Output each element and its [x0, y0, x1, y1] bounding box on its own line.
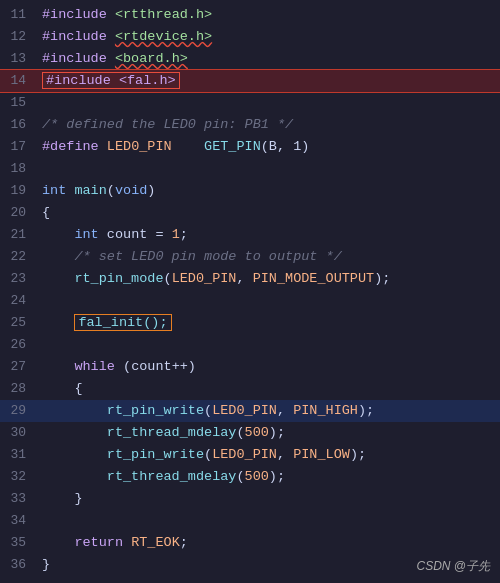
code-line: 13#include <board.h> — [0, 48, 500, 70]
line-content: /* set LED0 pin mode to output */ — [38, 246, 500, 268]
line-content: #include <rtthread.h> — [38, 4, 500, 26]
code-editor: 11#include <rtthread.h>12#include <rtdev… — [0, 0, 500, 583]
line-number: 12 — [0, 26, 38, 48]
code-line: 31 rt_pin_write(LED0_PIN, PIN_LOW); — [0, 444, 500, 466]
code-line: 22 /* set LED0 pin mode to output */ — [0, 246, 500, 268]
line-number: 14 — [0, 70, 38, 92]
line-number: 29 — [0, 400, 38, 422]
line-number: 21 — [0, 224, 38, 246]
code-line: 11#include <rtthread.h> — [0, 4, 500, 26]
code-line: 25 fal_init(); — [0, 312, 500, 334]
line-content: #include <fal.h> — [38, 70, 500, 92]
line-number: 27 — [0, 356, 38, 378]
line-number: 35 — [0, 532, 38, 554]
watermark: CSDN @子先 — [416, 558, 490, 575]
line-number: 26 — [0, 334, 38, 356]
line-number: 23 — [0, 268, 38, 290]
line-content: while (count++) — [38, 356, 500, 378]
line-number: 17 — [0, 136, 38, 158]
line-content: rt_pin_mode(LED0_PIN, PIN_MODE_OUTPUT); — [38, 268, 500, 290]
line-number: 32 — [0, 466, 38, 488]
code-line: 15 — [0, 92, 500, 114]
line-number: 24 — [0, 290, 38, 312]
code-line: 28 { — [0, 378, 500, 400]
line-content: rt_thread_mdelay(500); — [38, 422, 500, 444]
line-number: 20 — [0, 202, 38, 224]
code-line: 27 while (count++) — [0, 356, 500, 378]
line-number: 15 — [0, 92, 38, 114]
line-number: 34 — [0, 510, 38, 532]
code-line: 30 rt_thread_mdelay(500); — [0, 422, 500, 444]
line-number: 11 — [0, 4, 38, 26]
line-content: #define LED0_PIN GET_PIN(B, 1) — [38, 136, 500, 158]
code-line: 19int main(void) — [0, 180, 500, 202]
highlighted-call: fal_init(); — [74, 314, 171, 331]
line-content: #include <board.h> — [38, 48, 500, 70]
code-line: 35 return RT_EOK; — [0, 532, 500, 554]
line-number: 16 — [0, 114, 38, 136]
code-line: 23 rt_pin_mode(LED0_PIN, PIN_MODE_OUTPUT… — [0, 268, 500, 290]
line-number: 28 — [0, 378, 38, 400]
line-content: int count = 1; — [38, 224, 500, 246]
line-number: 13 — [0, 48, 38, 70]
line-number: 19 — [0, 180, 38, 202]
code-line: 26 — [0, 334, 500, 356]
line-content: /* defined the LED0 pin: PB1 */ — [38, 114, 500, 136]
line-number: 18 — [0, 158, 38, 180]
line-content: { — [38, 202, 500, 224]
line-number: 31 — [0, 444, 38, 466]
line-content: rt_pin_write(LED0_PIN, PIN_HIGH); — [38, 400, 500, 422]
code-line: 32 rt_thread_mdelay(500); — [0, 466, 500, 488]
line-content: rt_thread_mdelay(500); — [38, 466, 500, 488]
code-line: 18 — [0, 158, 500, 180]
code-line: 24 — [0, 290, 500, 312]
code-line: 17#define LED0_PIN GET_PIN(B, 1) — [0, 136, 500, 158]
highlighted-include: #include <fal.h> — [42, 72, 180, 89]
line-number: 25 — [0, 312, 38, 334]
code-line: 12#include <rtdevice.h> — [0, 26, 500, 48]
line-content: int main(void) — [38, 180, 500, 202]
code-line: 21 int count = 1; — [0, 224, 500, 246]
line-content: fal_init(); — [38, 312, 500, 334]
line-number: 36 — [0, 554, 38, 576]
code-line: 14#include <fal.h> — [0, 70, 500, 92]
line-number: 33 — [0, 488, 38, 510]
line-content: } — [38, 488, 500, 510]
code-line: 33 } — [0, 488, 500, 510]
line-content: #include <rtdevice.h> — [38, 26, 500, 48]
code-line: 29 rt_pin_write(LED0_PIN, PIN_HIGH); — [0, 400, 500, 422]
line-content: { — [38, 378, 500, 400]
code-line: 34 — [0, 510, 500, 532]
line-number: 22 — [0, 246, 38, 268]
line-number: 30 — [0, 422, 38, 444]
line-content: rt_pin_write(LED0_PIN, PIN_LOW); — [38, 444, 500, 466]
code-line: 20{ — [0, 202, 500, 224]
line-content: return RT_EOK; — [38, 532, 500, 554]
code-line: 16/* defined the LED0 pin: PB1 */ — [0, 114, 500, 136]
